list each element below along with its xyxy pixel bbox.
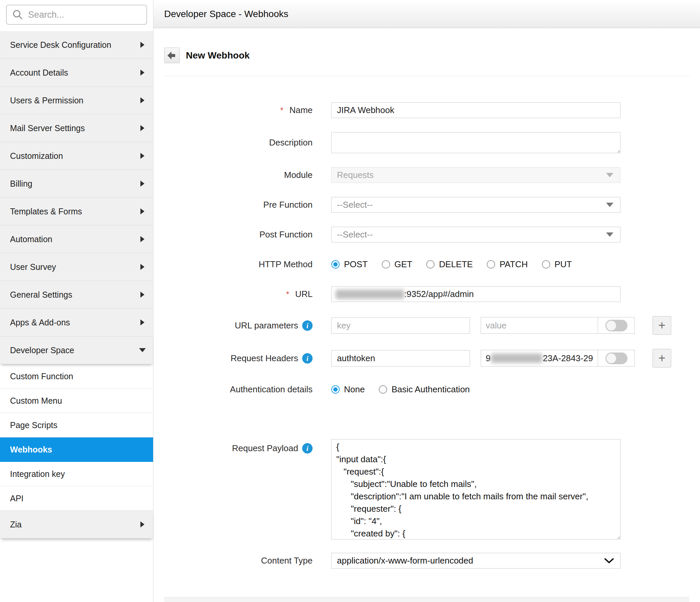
dropdown-arrow-icon	[606, 203, 614, 207]
developer-space-submenu: Custom Function Custom Menu Page Scripts…	[0, 364, 153, 511]
sidebar-item-label: General Settings	[10, 290, 72, 300]
authentication-row: Authentication details None Basic Authen…	[164, 382, 689, 397]
name-label: * Name	[164, 102, 312, 118]
sidebar-item-automation[interactable]: Automation	[0, 225, 153, 253]
chevron-down-icon	[604, 558, 614, 564]
sidebar-item-custom-menu[interactable]: Custom Menu	[0, 389, 153, 413]
sidebar-item-label: Apps & Add-ons	[10, 318, 70, 328]
name-row: * Name	[164, 102, 689, 118]
sidebar-item-page-scripts[interactable]: Page Scripts	[0, 413, 153, 437]
sidebar-item-webhooks[interactable]: Webhooks	[0, 437, 153, 462]
settings-sidebar: Service Desk Configuration Account Detai…	[0, 0, 153, 602]
request-header-toggle-cell	[598, 350, 634, 366]
submenu-item-label: Custom Function	[10, 371, 73, 381]
sidebar-item-account-details[interactable]: Account Details	[0, 59, 153, 87]
description-row: Description	[164, 132, 689, 153]
post-function-row: Post Function --Select--	[164, 227, 689, 242]
search-input[interactable]	[28, 10, 146, 20]
info-icon[interactable]: i	[302, 443, 312, 454]
radio-patch[interactable]: PATCH	[487, 259, 527, 269]
content-type-select[interactable]: application/x-www-form-urlencoded	[331, 553, 621, 569]
chevron-right-icon	[141, 208, 144, 214]
info-icon[interactable]: i	[302, 320, 312, 331]
content-area: New Webhook * Name Descript	[153, 28, 700, 602]
url-label: * URL	[164, 286, 312, 302]
sidebar-item-general-settings[interactable]: General Settings	[0, 281, 153, 309]
module-row: Module Requests	[164, 167, 689, 183]
sidebar-item-developer-space[interactable]: Developer Space	[0, 336, 153, 364]
request-header-toggle[interactable]	[605, 353, 627, 364]
radio-icon	[542, 260, 550, 269]
request-payload-row: Request Payload i { "input data":{ "requ…	[164, 439, 689, 539]
chevron-right-icon	[141, 125, 144, 131]
webhook-form: * Name Description	[164, 102, 689, 569]
chevron-right-icon	[141, 522, 144, 527]
sidebar-item-custom-function[interactable]: Custom Function	[0, 364, 153, 389]
back-arrow-icon	[167, 51, 177, 60]
radio-get[interactable]: GET	[382, 259, 412, 269]
submenu-item-label: Integration key	[10, 469, 65, 479]
sidebar-item-customization[interactable]: Customization	[0, 142, 153, 170]
sidebar-item-mail-server-settings[interactable]: Mail Server Settings	[0, 114, 153, 142]
chevron-right-icon	[141, 180, 144, 187]
add-request-header-button[interactable]: +	[652, 349, 671, 367]
pre-function-row: Pre Function --Select--	[164, 197, 689, 213]
url-input[interactable]: :9352/app#/admin	[331, 286, 621, 302]
search-icon	[12, 9, 23, 20]
sidebar-item-user-survey[interactable]: User Survey	[0, 253, 153, 281]
request-payload-textarea[interactable]: { "input data":{ "request":{ "subject":"…	[331, 439, 621, 539]
back-button[interactable]	[164, 48, 180, 63]
module-select: Requests	[331, 167, 621, 183]
post-function-select[interactable]: --Select--	[331, 227, 621, 242]
sidebar-item-billing[interactable]: Billing	[0, 170, 153, 198]
sidebar-item-label: Users & Permission	[10, 96, 83, 105]
sidebar-item-label: Templates & Forms	[10, 207, 82, 216]
radio-put[interactable]: PUT	[542, 259, 572, 269]
radio-delete[interactable]: DELETE	[426, 259, 473, 269]
sidebar-item-label: Billing	[10, 179, 32, 189]
submenu-item-label: Custom Menu	[10, 396, 62, 406]
url-parameter-key-input[interactable]	[331, 317, 470, 334]
url-parameter-value-input[interactable]: value	[481, 317, 598, 333]
title-divider	[164, 76, 689, 76]
sidebar-item-label: Automation	[10, 235, 52, 244]
name-input[interactable]	[331, 102, 621, 118]
chevron-right-icon	[141, 292, 144, 298]
request-header-value-input[interactable]: 9 23A-2843-29	[481, 350, 598, 366]
radio-icon	[487, 260, 495, 269]
radio-auth-none[interactable]: None	[331, 384, 365, 395]
url-parameter-toggle[interactable]	[605, 320, 627, 332]
radio-post[interactable]: POST	[331, 259, 368, 269]
sidebar-item-zia[interactable]: Zia	[0, 511, 153, 538]
submenu-item-label: API	[10, 493, 23, 503]
chevron-right-icon	[141, 97, 144, 103]
sidebar-search[interactable]	[6, 5, 147, 25]
radio-basic-authentication[interactable]: Basic Authentication	[379, 384, 470, 395]
required-asterisk: *	[286, 286, 289, 302]
page-header: Developer Space - Webhooks	[153, 0, 700, 28]
description-textarea[interactable]	[331, 132, 621, 153]
sidebar-item-templates-forms[interactable]: Templates & Forms	[0, 198, 153, 225]
radio-icon	[382, 260, 390, 269]
url-parameter-toggle-cell	[598, 317, 634, 333]
sidebar-item-api[interactable]: API	[0, 486, 153, 511]
add-url-parameter-button[interactable]: +	[652, 316, 671, 335]
redacted-header-value	[491, 354, 542, 363]
url-parameters-row: URL parameters i value	[164, 316, 689, 335]
page-title: New Webhook	[186, 50, 250, 61]
sidebar-item-label: Customization	[10, 151, 63, 161]
chevron-right-icon	[141, 264, 144, 270]
main-panel: Developer Space - Webhooks New Webhook *	[153, 0, 700, 602]
info-icon[interactable]: i	[302, 353, 312, 364]
page-header-title: Developer Space - Webhooks	[164, 9, 288, 19]
request-header-key-input[interactable]	[331, 350, 470, 366]
radio-icon	[379, 385, 387, 394]
sidebar-item-integration-key[interactable]: Integration key	[0, 462, 153, 486]
pre-function-select[interactable]: --Select--	[331, 197, 621, 213]
submenu-item-label: Webhooks	[10, 445, 52, 455]
sidebar-item-label: Mail Server Settings	[10, 123, 85, 133]
sidebar-item-users-permission[interactable]: Users & Permission	[0, 87, 153, 114]
sidebar-item-service-desk-configuration[interactable]: Service Desk Configuration	[0, 31, 153, 59]
chevron-down-icon	[139, 348, 146, 352]
sidebar-item-apps-addons[interactable]: Apps & Add-ons	[0, 309, 153, 336]
